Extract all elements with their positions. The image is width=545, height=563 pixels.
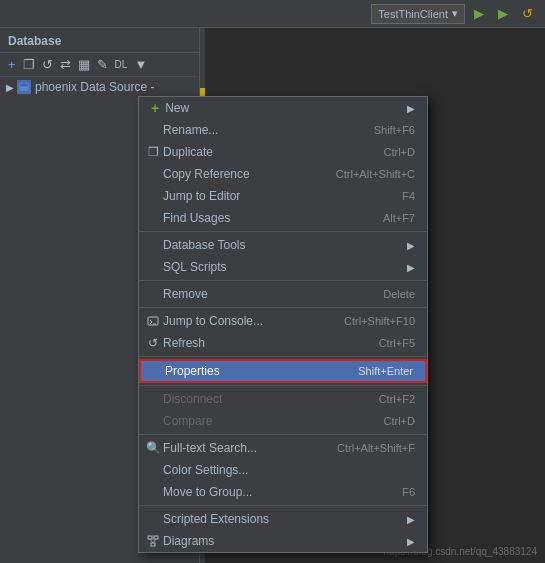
menu-item-rename[interactable]: Rename... Shift+F6: [139, 119, 427, 141]
svg-rect-4: [148, 536, 152, 539]
menu-duplicate-label: Duplicate: [163, 145, 213, 159]
menu-jump-console-label: Jump to Console...: [163, 314, 263, 328]
edit-icon[interactable]: ✎: [95, 56, 110, 73]
refresh-ctx-icon: ↺: [145, 336, 161, 350]
search-icon: 🔍: [145, 441, 161, 455]
menu-color-settings-label: Color Settings...: [163, 463, 248, 477]
menu-jump-console-shortcut: Ctrl+Shift+F10: [344, 315, 415, 327]
menu-properties-shortcut: Shift+Enter: [358, 365, 413, 377]
add-icon[interactable]: +: [6, 56, 18, 73]
svg-line-7: [150, 539, 153, 543]
menu-item-disconnect: Disconnect Ctrl+F2: [139, 388, 427, 410]
menu-refresh-label: Refresh: [163, 336, 205, 350]
menu-item-properties[interactable]: Properties Shift+Enter: [139, 359, 427, 383]
arrow-right-icon: ▶: [407, 103, 415, 114]
menu-scripted-ext-label: Scripted Extensions: [163, 512, 269, 526]
menu-new-label: New: [165, 101, 189, 115]
menu-item-copy-reference[interactable]: Copy Reference Ctrl+Alt+Shift+C: [139, 163, 427, 185]
menu-find-usages-shortcut: Alt+F7: [383, 212, 415, 224]
panel-title: Database: [0, 28, 199, 53]
menu-item-color-settings[interactable]: Color Settings...: [139, 459, 427, 481]
menu-disconnect-label: Disconnect: [163, 392, 222, 406]
svg-rect-6: [151, 543, 155, 546]
menu-item-compare: Compare Ctrl+D: [139, 410, 427, 432]
menu-remove-shortcut: Delete: [383, 288, 415, 300]
menu-item-fulltext-search[interactable]: 🔍 Full-text Search... Ctrl+Alt+Shift+F: [139, 437, 427, 459]
menu-rename-shortcut: Shift+F6: [374, 124, 415, 136]
separator-1: [139, 231, 427, 232]
menu-item-sql-scripts[interactable]: SQL Scripts ▶: [139, 256, 427, 278]
menu-copy-ref-shortcut: Ctrl+Alt+Shift+C: [336, 168, 415, 180]
menu-compare-shortcut: Ctrl+D: [384, 415, 415, 427]
datasource-icon: [17, 80, 31, 94]
menu-item-scripted-ext[interactable]: Scripted Extensions ▶: [139, 508, 427, 530]
chevron-down-icon: ▾: [452, 7, 458, 20]
separator-4: [139, 356, 427, 357]
menu-item-duplicate[interactable]: ❐ Duplicate Ctrl+D: [139, 141, 427, 163]
top-toolbar: TestThinClient ▾ ▶ ▶ ↺: [0, 0, 545, 28]
tree-expand-arrow: ▶: [6, 82, 14, 93]
menu-item-find-usages[interactable]: Find Usages Alt+F7: [139, 207, 427, 229]
arrow-right-scripted-ext: ▶: [407, 514, 415, 525]
grid-icon[interactable]: ▦: [76, 56, 92, 73]
run-config-label: TestThinClient: [378, 8, 448, 20]
menu-item-remove[interactable]: Remove Delete: [139, 283, 427, 305]
filter-icon[interactable]: ▼: [132, 56, 149, 73]
console-icon: [145, 315, 161, 327]
dl-icon[interactable]: DL: [113, 58, 130, 71]
run-config-dropdown[interactable]: TestThinClient ▾: [371, 4, 465, 24]
refresh-icon[interactable]: ↺: [40, 56, 55, 73]
db-toolbar: + ❐ ↺ ⇄ ▦ ✎ DL ▼: [0, 53, 199, 77]
menu-jump-editor-shortcut: F4: [402, 190, 415, 202]
context-menu: + New ▶ Rename... Shift+F6 ❐ Duplicate C…: [138, 96, 428, 553]
menu-item-jump-editor[interactable]: Jump to Editor F4: [139, 185, 427, 207]
duplicate-icon: ❐: [145, 145, 161, 159]
menu-rename-label: Rename...: [163, 123, 218, 137]
menu-item-move-group[interactable]: Move to Group... F6: [139, 481, 427, 503]
arrow-right-diagrams: ▶: [407, 536, 415, 547]
menu-move-group-shortcut: F6: [402, 486, 415, 498]
main-area: Database + ❐ ↺ ⇄ ▦ ✎ DL ▼ ▶ phoenix Data…: [0, 28, 545, 563]
menu-db-tools-label: Database Tools: [163, 238, 246, 252]
menu-find-usages-label: Find Usages: [163, 211, 230, 225]
menu-compare-label: Compare: [163, 414, 212, 428]
menu-copy-ref-label: Copy Reference: [163, 167, 250, 181]
debug-button[interactable]: ▶: [493, 4, 513, 24]
arrow-right-db-tools: ▶: [407, 240, 415, 251]
copy-icon[interactable]: ❐: [21, 56, 37, 73]
menu-disconnect-shortcut: Ctrl+F2: [379, 393, 415, 405]
menu-item-diagrams[interactable]: Diagrams ▶: [139, 530, 427, 552]
menu-refresh-shortcut: Ctrl+F5: [379, 337, 415, 349]
menu-jump-editor-label: Jump to Editor: [163, 189, 240, 203]
datasource-item[interactable]: ▶ phoenix Data Source -: [0, 77, 199, 97]
plus-icon: +: [151, 100, 159, 116]
menu-diagrams-label: Diagrams: [163, 534, 214, 548]
svg-line-8: [153, 539, 156, 543]
reload-button[interactable]: ↺: [517, 4, 537, 24]
menu-item-refresh[interactable]: ↺ Refresh Ctrl+F5: [139, 332, 427, 354]
sync-icon[interactable]: ⇄: [58, 56, 73, 73]
arrow-right-sql-scripts: ▶: [407, 262, 415, 273]
menu-duplicate-shortcut: Ctrl+D: [384, 146, 415, 158]
run-button[interactable]: ▶: [469, 4, 489, 24]
menu-move-group-label: Move to Group...: [163, 485, 252, 499]
menu-item-new[interactable]: + New ▶: [139, 97, 427, 119]
menu-properties-label: Properties: [165, 364, 220, 378]
menu-remove-label: Remove: [163, 287, 208, 301]
menu-fulltext-shortcut: Ctrl+Alt+Shift+F: [337, 442, 415, 454]
menu-fulltext-label: Full-text Search...: [163, 441, 257, 455]
menu-item-jump-console[interactable]: Jump to Console... Ctrl+Shift+F10: [139, 310, 427, 332]
separator-3: [139, 307, 427, 308]
svg-point-1: [20, 84, 28, 87]
separator-6: [139, 434, 427, 435]
diagrams-icon: [145, 535, 161, 547]
menu-sql-scripts-label: SQL Scripts: [163, 260, 227, 274]
datasource-label: phoenix Data Source -: [35, 80, 154, 94]
separator-7: [139, 505, 427, 506]
svg-rect-5: [154, 536, 158, 539]
separator-5: [139, 385, 427, 386]
separator-2: [139, 280, 427, 281]
menu-item-db-tools[interactable]: Database Tools ▶: [139, 234, 427, 256]
